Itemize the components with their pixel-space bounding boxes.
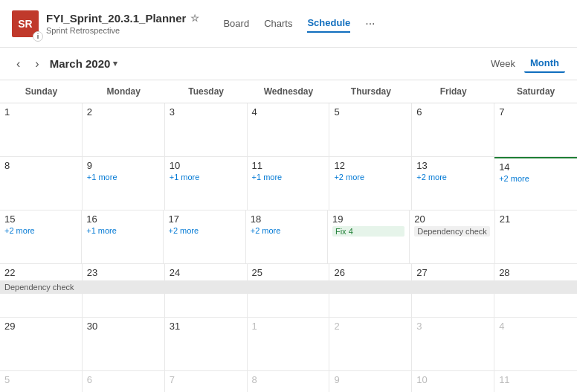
day-30[interactable]: 30 [83,318,165,371]
day-18[interactable]: 18+2 more [246,211,328,264]
app-container: SR i FYI_Sprint_20.3.1_Planner ☆ Sprint … [0,0,577,392]
day-apr-7[interactable]: 7 [165,371,248,392]
chevron-down-icon: ▾ [113,59,117,68]
event-dep-check-start[interactable]: Dependency check [414,226,490,237]
col-thursday: Thursday [329,80,412,103]
day-15[interactable]: 15+2 more [0,211,82,264]
toolbar: ‹ › March 2020 ▾ Week Month [0,48,577,80]
project-title: FYI_Sprint_20.3.1_Planner [46,12,186,25]
week-4: 22 Dependency check 23 24 25 26 27 28 [0,264,577,318]
day-apr-1[interactable]: 1 [248,318,330,371]
header-nav: Board Charts Schedule ··· [223,14,375,33]
event-more-17[interactable]: +2 more [168,226,240,235]
logo: SR i [12,10,39,37]
day-apr-9[interactable]: 9 [329,371,412,392]
col-wednesday: Wednesday [248,80,330,103]
day-apr-6[interactable]: 6 [83,371,165,392]
week-1: 1 2 3 4 5 6 7 [0,103,577,157]
day-1[interactable]: 1 [0,103,83,157]
event-more-13[interactable]: +2 more [416,173,489,181]
day-22[interactable]: 22 Dependency check [0,264,83,318]
week-6: 5 6 7 8 9 10 11 [0,371,577,392]
day-29[interactable]: 29 [0,318,83,371]
day-apr-8[interactable]: 8 [248,371,330,392]
event-more-10[interactable]: +1 more [170,173,242,181]
day-17[interactable]: 17+2 more [164,211,245,264]
day-12[interactable]: 12+2 more [329,157,412,211]
week-2: 8 9+1 more 10+1 more 11+1 more 12+2 more… [0,157,577,211]
month-text: March 2020 [50,57,111,70]
day-apr-10[interactable]: 10 [412,371,494,392]
event-more-9[interactable]: +1 more [87,173,160,181]
toolbar-left: ‹ › March 2020 ▾ [12,56,117,72]
nav-board[interactable]: Board [223,15,249,32]
day-apr-5[interactable]: 5 [0,371,83,392]
next-button[interactable]: › [30,56,43,72]
day-2[interactable]: 2 [83,103,165,157]
day-31[interactable]: 31 [165,318,248,371]
week-5: 29 30 31 1 2 3 4 [0,318,577,371]
event-dep-check-week4[interactable]: Dependency check [0,280,577,294]
event-more-15[interactable]: +2 more [4,226,77,235]
nav-more[interactable]: ··· [365,17,375,30]
day-7[interactable]: 7 [494,103,577,157]
day-10[interactable]: 10+1 more [165,157,248,211]
day-14[interactable]: 14+2 more [494,157,577,211]
col-friday: Friday [412,80,494,103]
day-5[interactable]: 5 [329,103,412,157]
week-view-button[interactable]: Week [485,55,521,72]
day-3[interactable]: 3 [165,103,248,157]
nav-charts[interactable]: Charts [264,15,292,32]
day-13[interactable]: 13+2 more [412,157,494,211]
day-20[interactable]: 20 Dependency check [410,211,495,264]
event-more-18[interactable]: +2 more [251,226,323,235]
day-16[interactable]: 16+1 more [82,211,164,264]
day-6[interactable]: 6 [412,103,494,157]
day-apr-4[interactable]: 4 [494,318,577,371]
day-apr-2[interactable]: 2 [329,318,412,371]
prev-button[interactable]: ‹ [12,56,25,72]
month-view-button[interactable]: Month [524,54,565,73]
event-more-16[interactable]: +1 more [86,226,158,235]
nav-schedule[interactable]: Schedule [307,14,350,33]
header-title: FYI_Sprint_20.3.1_Planner ☆ [46,12,199,25]
day-4[interactable]: 4 [248,103,330,157]
week-3: 15+2 more 16+1 more 17+2 more 18+2 more … [0,211,577,264]
info-badge[interactable]: i [33,31,43,42]
title-block: FYI_Sprint_20.3.1_Planner ☆ Sprint Retro… [46,12,199,35]
event-fix4[interactable]: Fix 4 [332,226,404,237]
header: SR i FYI_Sprint_20.3.1_Planner ☆ Sprint … [0,0,577,48]
day-19[interactable]: 19 Fix 4 [328,211,410,264]
calendar-header: Sunday Monday Tuesday Wednesday Thursday… [0,80,577,103]
day-apr-11[interactable]: 11 [494,371,577,392]
event-more-11[interactable]: +1 more [252,173,325,181]
logo-text: SR [18,18,32,30]
col-monday: Monday [83,80,165,103]
day-11[interactable]: 11+1 more [248,157,330,211]
header-subtitle: Sprint Retrospective [46,26,199,35]
event-more-14[interactable]: +2 more [499,174,573,183]
day-9[interactable]: 9+1 more [83,157,165,211]
col-tuesday: Tuesday [165,80,248,103]
col-saturday: Saturday [494,80,577,103]
col-sunday: Sunday [0,80,83,103]
day-apr-3[interactable]: 3 [412,318,494,371]
calendar: Sunday Monday Tuesday Wednesday Thursday… [0,80,577,392]
event-more-12[interactable]: +2 more [334,173,407,181]
day-8[interactable]: 8 [0,157,83,211]
day-21[interactable]: 21 cont [495,211,577,264]
star-icon[interactable]: ☆ [190,13,199,24]
toolbar-right: Week Month [485,54,565,73]
month-label[interactable]: March 2020 ▾ [50,57,118,70]
